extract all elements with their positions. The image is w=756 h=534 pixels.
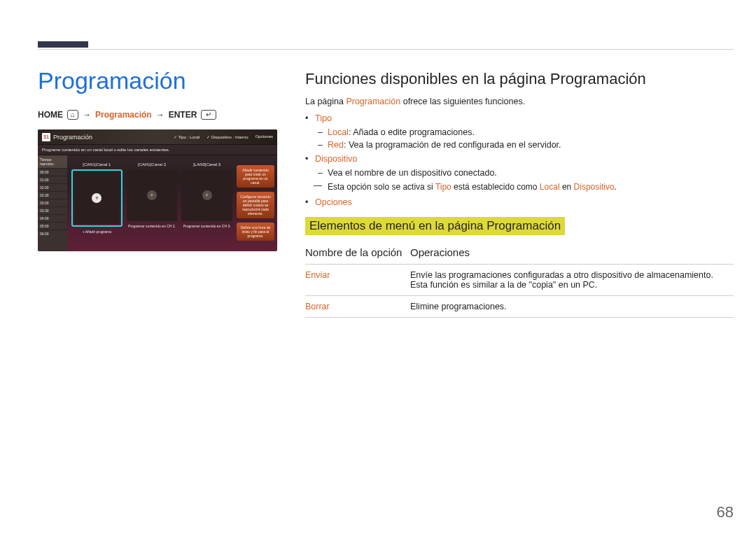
- footnote-kw: Local: [540, 182, 560, 192]
- row-desc: Envíe las programaciones configuradas a …: [410, 265, 734, 296]
- times-header: Tiempo reproduc.: [38, 155, 67, 168]
- right-tile: Definir una hora de inicio y fin para el…: [237, 223, 274, 241]
- right-tile: Añadir contenido para crear un programa …: [237, 165, 274, 188]
- row-name: Borrar: [305, 296, 410, 318]
- options-table: Nombre de la opción Operaciones Enviar E…: [305, 242, 734, 318]
- channel: [LAN3]Canal 3 + Programar contenido en C…: [181, 160, 232, 248]
- breadcrumb-arrow-1: →: [83, 110, 91, 120]
- enter-icon: ↵: [201, 110, 216, 120]
- screenshot-dispositivo: ✓ Dispositivo : Interno: [206, 134, 248, 139]
- breadcrumb-arrow-2: →: [156, 110, 164, 120]
- screenshot-title-area: 31 Programación: [42, 133, 92, 141]
- tipo-red-key: Red: [328, 140, 344, 150]
- dispositivo-desc: Vea el nombre de un dispositivo conectad…: [318, 168, 734, 178]
- plus-icon: +: [147, 190, 157, 200]
- row-desc-line: Envíe las programaciones configuradas a …: [410, 270, 713, 280]
- time-row: 00:00: [38, 168, 67, 176]
- row-name: Enviar: [305, 265, 410, 296]
- tipo-local-val: : Añada o edite programaciones.: [349, 127, 475, 137]
- time-row: 02:30: [38, 191, 67, 199]
- screenshot-header-right: ✓ Tipo : Local ✓ Dispositivo : Interno O…: [174, 134, 273, 139]
- header-rule: [38, 49, 734, 50]
- calendar-icon: 31: [42, 133, 50, 141]
- screenshot-preview: 31 Programación ✓ Tipo : Local ✓ Disposi…: [38, 129, 277, 251]
- screenshot-subtitle: Programe contenido en un canal local o e…: [38, 145, 277, 155]
- channel: [CAN1]Canal 1 + + Añadir programa: [71, 160, 122, 248]
- screenshot-title: Programación: [53, 134, 92, 141]
- channel-caption: Programar contenido en CH 2.: [128, 224, 176, 228]
- footnote-text: en: [560, 182, 574, 192]
- bullet-tipo: Tipo: [315, 113, 734, 123]
- row-desc-line: Elimine programaciones.: [410, 302, 507, 311]
- channel-name: [CAN1]Canal 1: [83, 160, 111, 169]
- bullet-list: Tipo: [305, 113, 734, 123]
- footnote-kw: Dispositivo: [574, 182, 615, 192]
- breadcrumb: HOME ⌂ → Programación → ENTER ↵: [38, 110, 277, 120]
- intro-keyword: Programación: [346, 97, 400, 106]
- screenshot-times-column: Tiempo reproduc. 00:00 01:00 02:00 02:30…: [38, 155, 67, 251]
- intro-paragraph: La página Programación ofrece las siguie…: [305, 97, 734, 106]
- plus-icon: +: [92, 193, 102, 203]
- time-row: 03:00: [38, 199, 67, 206]
- row-desc: Elimine programaciones.: [410, 296, 734, 318]
- bullet-opciones: Opciones: [315, 197, 734, 207]
- channel-tile: +: [181, 169, 232, 221]
- intro-text: La página: [305, 97, 346, 106]
- screenshot-tipo: ✓ Tipo : Local: [174, 134, 200, 139]
- section-heading: Funciones disponibles en la página Progr…: [305, 70, 734, 88]
- footnote-kw: Tipo: [435, 182, 451, 192]
- right-tile: Configurar duración en pantalla para def…: [237, 192, 274, 218]
- bullet-list: Dispositivo: [305, 154, 734, 164]
- plus-icon: +: [202, 190, 212, 200]
- tipo-red-val: : Vea la programación de red configurada…: [344, 140, 561, 150]
- channel-caption: + Añadir programa: [83, 230, 111, 234]
- channel-tile-wrap: +: [181, 169, 232, 221]
- channel-tile: +: [74, 172, 120, 224]
- options-th-ops: Operaciones: [410, 242, 734, 265]
- time-row: 03:30: [38, 206, 67, 214]
- page-body: Programación HOME ⌂ → Programación → ENT…: [38, 67, 734, 318]
- table-row: Enviar Envíe las programaciones configur…: [305, 265, 734, 296]
- screenshot-body: Tiempo reproduc. 00:00 01:00 02:00 02:30…: [38, 155, 277, 251]
- left-column: Programación HOME ⌂ → Programación → ENT…: [38, 67, 277, 318]
- bullet-dispositivo: Dispositivo: [315, 154, 734, 164]
- time-row: 02:00: [38, 183, 67, 191]
- page-title: Programación: [38, 67, 277, 94]
- breadcrumb-enter: ENTER: [169, 110, 197, 120]
- footnote-text: está establecido como: [451, 182, 540, 192]
- time-row: 01:00: [38, 176, 67, 183]
- right-column: Funciones disponibles en la página Progr…: [305, 67, 734, 318]
- screenshot-right-tiles: Añadir contenido para crear un programa …: [237, 155, 277, 251]
- page-number: 68: [717, 503, 734, 521]
- bullet-list: Opciones: [305, 197, 734, 207]
- row-desc-line: Esta función es similar a la de "copia" …: [410, 280, 597, 290]
- screenshot-channels: [CAN1]Canal 1 + + Añadir programa [CAN1]…: [67, 155, 237, 251]
- breadcrumb-current: Programación: [95, 110, 152, 120]
- intro-text: ofrece las siguientes funciones.: [400, 97, 525, 106]
- time-row: 05:00: [38, 222, 67, 230]
- subsection-heading: Elementos de menú en la página Programac…: [305, 217, 565, 235]
- channel-name: [LAN3]Canal 3: [193, 160, 220, 169]
- channel-name: [CAN1]Canal 2: [138, 160, 166, 169]
- footnote: Esta opción solo se activa si Tipo está …: [328, 182, 734, 192]
- tipo-red: Red: Vea la programación de red configur…: [318, 140, 734, 150]
- footnote-text: Esta opción solo se activa si: [328, 182, 435, 192]
- tipo-local: Local: Añada o edite programaciones.: [318, 127, 734, 137]
- footnote-text: .: [615, 182, 617, 192]
- channel-caption: Programar contenido en CH 3.: [183, 224, 231, 228]
- home-icon: ⌂: [67, 110, 78, 120]
- dispositivo-sublist: Vea el nombre de un dispositivo conectad…: [318, 168, 734, 178]
- channel-tile-wrap: +: [127, 169, 178, 221]
- time-row: 04:00: [38, 214, 67, 222]
- tipo-sublist: Local: Añada o edite programaciones. Red…: [318, 127, 734, 150]
- channel-tile-selected: +: [71, 169, 122, 227]
- table-row: Borrar Elimine programaciones.: [305, 296, 734, 318]
- section-accent-bar: [38, 41, 88, 48]
- options-th-name: Nombre de la opción: [305, 242, 410, 265]
- channel: [CAN1]Canal 2 + Programar contenido en C…: [127, 160, 178, 248]
- tipo-local-key: Local: [328, 127, 349, 137]
- breadcrumb-home: HOME: [38, 110, 63, 120]
- channel-tile: +: [127, 169, 178, 221]
- screenshot-header: 31 Programación ✓ Tipo : Local ✓ Disposi…: [38, 129, 277, 145]
- time-row: 06:00: [38, 230, 67, 237]
